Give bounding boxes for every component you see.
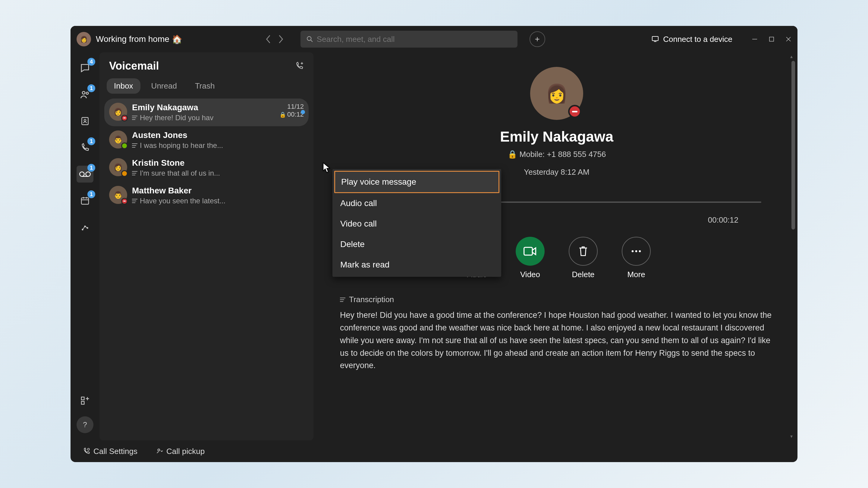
sidebar-header: Voicemail [104, 60, 309, 78]
connect-label: Connect to a device [663, 35, 733, 44]
phone-label: Mobile: +1 888 555 4756 [520, 150, 606, 159]
rail-chat[interactable]: 4 [76, 60, 93, 76]
voicemail-body: Matthew Baker Have you seen the latest..… [132, 186, 304, 205]
svg-point-29 [632, 250, 634, 253]
svg-point-12 [80, 172, 84, 176]
presence-away-icon [121, 170, 128, 177]
rail-calls[interactable]: 1 [76, 139, 93, 156]
nav-arrows [266, 35, 284, 44]
voicemail-badge: 1 [87, 164, 95, 172]
help-icon: ? [83, 421, 87, 429]
svg-rect-22 [82, 397, 84, 400]
voicemail-body: Austen Jones I was hoping to hear the... [132, 130, 304, 150]
presence-available-icon [121, 142, 128, 149]
action-label: Video [520, 270, 540, 279]
tab-unread[interactable]: Unread [144, 78, 184, 94]
scrollbar[interactable]: ▴ ▾ [790, 53, 796, 441]
window-controls [752, 36, 792, 42]
maximize-button[interactable] [769, 36, 775, 42]
connect-device[interactable]: Connect to a device [652, 35, 733, 44]
call-settings-button[interactable]: Call Settings [83, 447, 137, 456]
rail-activity[interactable] [76, 219, 93, 235]
close-button[interactable] [785, 36, 792, 42]
search-input[interactable] [317, 35, 512, 44]
lock-icon: 🔒 [279, 112, 286, 118]
me-avatar[interactable]: 👩 [76, 32, 91, 46]
action-video-call[interactable]: Video [516, 237, 545, 279]
chat-badge: 4 [87, 58, 95, 66]
presence-dnd-icon [121, 115, 128, 121]
voicemail-item[interactable]: 👩 Kristin Stone I'm sure that all of us … [104, 154, 309, 182]
voicemail-preview: Have you seen the latest... [132, 197, 304, 205]
call-pickup-button[interactable]: Call pickup [156, 447, 205, 456]
voicemail-preview: I'm sure that all of us in... [132, 169, 304, 177]
scrollbar-thumb[interactable] [792, 61, 795, 230]
svg-line-1 [311, 40, 313, 42]
voicemail-body: Kristin Stone I'm sure that all of us in… [132, 158, 304, 177]
svg-rect-15 [82, 198, 89, 204]
tab-trash[interactable]: Trash [188, 78, 222, 94]
action-more[interactable]: More [622, 237, 651, 279]
rail-calendar[interactable]: 1 [76, 192, 93, 209]
nav-rail: 4 1 1 1 1 [70, 53, 99, 441]
voicemail-item[interactable]: 👩 Emily Nakagawa Hey there! Did you hav … [104, 98, 309, 126]
action-label: Delete [572, 270, 594, 279]
svg-point-8 [82, 92, 85, 94]
minimize-button[interactable] [752, 36, 758, 42]
rail-voicemail[interactable]: 1 [76, 166, 93, 183]
device-icon [652, 36, 660, 42]
search-box[interactable] [301, 31, 518, 47]
voicemail-body: Emily Nakagawa Hey there! Did you hav [132, 103, 275, 122]
voicemail-preview: I was hoping to hear the... [132, 141, 304, 150]
voicemail-name: Emily Nakagawa [132, 103, 275, 112]
context-play-voice-message[interactable]: Play voice message [334, 171, 499, 193]
context-video-call[interactable]: Video call [334, 214, 499, 234]
phone-gear-icon [83, 447, 90, 455]
rail-contacts[interactable] [76, 113, 93, 130]
presence-dnd-icon [568, 105, 581, 118]
voicemail-name: Matthew Baker [132, 186, 304, 195]
action-delete[interactable]: Delete [569, 237, 598, 279]
status-label: Working from home [96, 34, 169, 44]
svg-rect-23 [82, 401, 84, 404]
voicemail-sidebar: Voicemail Inbox Unread Trash 👩 Emily Nak… [99, 53, 313, 441]
rail-people[interactable]: 1 [76, 86, 93, 103]
transcription-header: Transcription [340, 295, 773, 304]
scroll-up-icon[interactable]: ▴ [790, 54, 793, 59]
context-mark-as-read[interactable]: Mark as read [334, 255, 499, 275]
caller-name: Emily Nakagawa [340, 128, 773, 145]
rail-apps[interactable] [76, 392, 93, 409]
caller-avatar[interactable]: 👩 [530, 67, 583, 120]
dial-button[interactable] [295, 61, 304, 70]
call-pickup-icon [156, 447, 163, 455]
presence-status[interactable]: Working from home 🏠 [96, 34, 182, 44]
app-window: 👩 Working from home 🏠 + Connect to a dev… [70, 26, 798, 462]
voicemail-meta: 11/12 🔒00:12 [279, 103, 304, 119]
transcription-body: Hey there! Did you have a good time at t… [340, 309, 773, 372]
rail-help[interactable]: ? [76, 416, 93, 433]
svg-point-30 [635, 250, 638, 253]
voicemail-tabs: Inbox Unread Trash [104, 78, 309, 98]
context-delete[interactable]: Delete [334, 234, 499, 255]
people-badge: 1 [87, 84, 95, 92]
voicemail-item[interactable]: 👨 Austen Jones I was hoping to hear the.… [104, 126, 309, 154]
svg-rect-3 [654, 41, 656, 42]
svg-point-32 [87, 448, 90, 450]
new-button[interactable]: + [530, 31, 545, 47]
voicemail-list: 👩 Emily Nakagawa Hey there! Did you hav … [104, 98, 309, 209]
search-icon [307, 36, 313, 42]
transcript-icon [132, 199, 137, 203]
svg-rect-5 [770, 37, 774, 41]
voicemail-item[interactable]: 👨 Matthew Baker Have you seen the latest… [104, 182, 309, 209]
transcript-icon [132, 143, 137, 148]
nav-back[interactable] [266, 35, 271, 44]
voicemail-name: Kristin Stone [132, 158, 304, 168]
trash-icon [569, 237, 598, 266]
context-audio-call[interactable]: Audio call [334, 193, 499, 214]
tab-inbox[interactable]: Inbox [107, 78, 141, 94]
unread-dot [301, 110, 305, 114]
nav-forward[interactable] [278, 35, 284, 44]
scroll-down-icon[interactable]: ▾ [790, 433, 793, 439]
status-emoji: 🏠 [172, 34, 182, 44]
bottom-bar: Call Settings Call pickup [70, 441, 798, 462]
